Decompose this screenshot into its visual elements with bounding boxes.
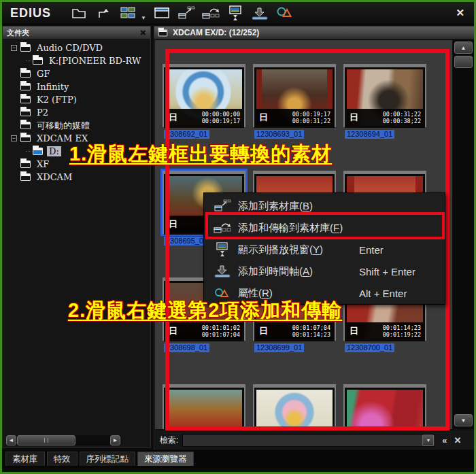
- folder-icon: [20, 96, 31, 103]
- folder-icon: [20, 122, 31, 129]
- scrollbar-thumb[interactable]: [454, 56, 473, 68]
- add-to-timeline-icon[interactable]: [250, 4, 270, 22]
- folder-panel-close-icon[interactable]: ✕: [140, 29, 146, 37]
- folder-icon: [20, 44, 31, 52]
- annotation-step1: 1.滑鼠左鍵框出要轉換的素材: [69, 141, 332, 168]
- folder-icon: [158, 29, 168, 36]
- search-input[interactable]: [183, 435, 422, 446]
- folder-icon: [20, 70, 31, 78]
- toolbar: EDIUS ▼: [2, 2, 474, 24]
- view-thumbnails-icon[interactable]: [118, 4, 138, 22]
- sidebar-horizontal-scrollbar[interactable]: ◄ ►: [6, 435, 120, 445]
- folder-icon: [20, 160, 31, 168]
- search-dropdown-icon[interactable]: ▼: [422, 435, 434, 446]
- collapse-icon[interactable]: −: [11, 45, 17, 51]
- add-to-timeline-icon: [212, 265, 233, 278]
- scroll-down-icon[interactable]: ▼: [454, 414, 473, 426]
- show-in-player-icon[interactable]: [225, 4, 245, 22]
- add-to-bin-icon[interactable]: [176, 4, 197, 22]
- tree-item-k2-ftp[interactable]: K2 (FTP): [5, 93, 149, 106]
- scroll-up-icon[interactable]: ▲: [454, 41, 473, 54]
- clip-browser-header: XDCAM EX/D: (12/252): [154, 27, 475, 39]
- folder-icon: [20, 109, 31, 116]
- tab-effects[interactable]: 特效: [47, 452, 78, 466]
- open-folder-icon[interactable]: [69, 4, 89, 22]
- app-logo: EDIUS: [10, 6, 51, 20]
- collapse-search-icon[interactable]: «: [442, 435, 447, 445]
- scroll-left-icon[interactable]: ◄: [6, 435, 16, 445]
- add-and-transfer-icon[interactable]: [201, 4, 221, 22]
- tree-item-xdcam[interactable]: XDCAM: [5, 171, 149, 184]
- folder-panel: 文件夾 ✕ − Audio CD/DVD K:[PIONEER BD-RW GF…: [2, 26, 151, 448]
- search-box: ▼: [182, 434, 435, 447]
- folder-icon: [20, 173, 31, 181]
- clip-browser-title: XDCAM EX/D: (12/252): [173, 28, 259, 37]
- context-menu: 添加到素材庫(B) 添加和傳輸到素材庫(F) 顯示到播放視窗(Y) Enter …: [203, 192, 445, 305]
- scrollbar-thumb[interactable]: [17, 435, 75, 445]
- tree-connector: [26, 61, 31, 61]
- folder-icon: [20, 83, 31, 90]
- search-label: 檢索:: [160, 435, 178, 446]
- scroll-right-icon[interactable]: ►: [110, 435, 120, 445]
- window-close-icon[interactable]: ✕: [456, 7, 464, 19]
- menu-item-show-in-player[interactable]: 顯示到播放視窗(Y) Enter: [204, 239, 445, 260]
- view-dropdown-caret-icon[interactable]: ▼: [141, 15, 146, 24]
- annotation-step2: 2.滑鼠右鍵選第2項添加和傳輸: [68, 297, 342, 324]
- folder-panel-title: 文件夾: [7, 28, 29, 38]
- collapse-icon[interactable]: −: [11, 135, 17, 141]
- tab-sequence-markers[interactable]: 序列標記點: [80, 452, 136, 466]
- tree-item-p2[interactable]: P2: [5, 106, 149, 119]
- tree-item-audio-cd-dvd[interactable]: − Audio CD/DVD: [5, 41, 149, 54]
- tab-source-browser[interactable]: 來源瀏覽器: [137, 452, 194, 466]
- panel-tabs: 素材庫 特效 序列標記點 來源瀏覽器: [2, 450, 474, 468]
- folder-panel-header: 文件夾 ✕: [3, 27, 150, 39]
- folder-icon: [20, 135, 31, 142]
- selected-tree-label: D:: [47, 146, 61, 156]
- open-folder-icon: [33, 148, 43, 155]
- edius-window: EDIUS ▼: [0, 0, 476, 474]
- tree-item-gf[interactable]: GF: [5, 67, 149, 80]
- folder-icon: [33, 57, 43, 65]
- add-to-bin-icon: [212, 199, 233, 213]
- window-layout-icon[interactable]: [152, 4, 172, 22]
- show-in-player-icon: [212, 242, 233, 257]
- vertical-scrollbar[interactable]: ▲ ▼: [453, 40, 474, 429]
- properties-icon[interactable]: [274, 4, 294, 22]
- annotation-item-rectangle: [205, 212, 445, 239]
- tree-item-removable-media[interactable]: 可移動的媒體: [5, 119, 149, 132]
- search-bar: 檢索: ▼ « ✕: [155, 430, 476, 450]
- tree-item-infinity[interactable]: Infinity: [5, 80, 149, 93]
- menu-item-add-to-timeline[interactable]: 添加到時間軸(A) Shift + Enter: [204, 260, 445, 282]
- tab-bin[interactable]: 素材庫: [5, 452, 45, 466]
- tree-item-pioneer-bdrw[interactable]: K:[PIONEER BD-RW: [5, 54, 149, 67]
- close-search-icon[interactable]: ✕: [454, 435, 462, 445]
- tree-connector: [26, 151, 31, 152]
- folder-up-icon[interactable]: [93, 4, 114, 22]
